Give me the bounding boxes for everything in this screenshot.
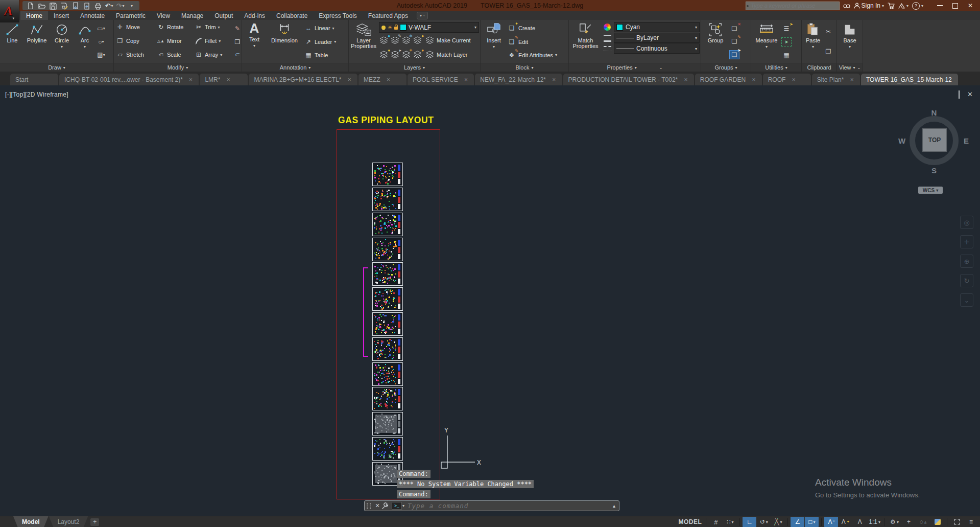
file-tab-tower-16-gas-15-march-12[interactable]: TOWER 16_GAS_15-March-12 [861, 74, 958, 85]
annotation-visibility-toggle[interactable]: Λ° [824, 517, 838, 527]
ribbon-tab-home[interactable]: Home [20, 11, 48, 20]
file-tab-lmr-[interactable]: LMR*✕ [200, 74, 248, 85]
file-tab-close-icon[interactable]: ✕ [552, 77, 556, 82]
drawing-area[interactable]: [-][Top][2D Wireframe] ✕ GAS PIPING LAYO… [0, 85, 980, 516]
layer-properties-button[interactable]: Layer Properties [350, 20, 377, 63]
dimension-button[interactable]: Dimension [266, 20, 303, 63]
sign-in-button[interactable]: Sign In▾ [854, 2, 884, 9]
move-button[interactable]: ✛Move [115, 20, 156, 34]
ribbon-tab-annotate[interactable]: Annotate [75, 11, 110, 20]
file-tab-start[interactable]: Start [10, 74, 58, 85]
orbit-icon[interactable]: ↻ [960, 274, 973, 287]
panel-label-clipboard[interactable]: Clipboard [802, 63, 836, 72]
object-snap-tracking-toggle[interactable]: ∠ [791, 517, 804, 527]
new-layout-button[interactable]: + [90, 518, 99, 526]
file-tab-close-icon[interactable]: ✕ [387, 77, 391, 82]
match-layer-button[interactable]: Match Layer [424, 48, 469, 61]
file-tab-roof[interactable]: ROOF✕ [763, 74, 811, 85]
restore-button[interactable] [947, 1, 963, 11]
app-store-cart-icon[interactable] [888, 3, 895, 9]
panel-label-view[interactable]: View▾⌄ [837, 63, 863, 72]
compass-west[interactable]: W [898, 136, 905, 145]
object-color-dropdown[interactable]: Cyan▾ [614, 22, 700, 32]
erase-icon[interactable]: ✎ [233, 25, 242, 33]
hatch-tool-icon[interactable]: ▨▾ [97, 51, 106, 59]
doc-close-icon[interactable]: ✕ [967, 90, 973, 98]
measure-button[interactable]: Measure▾ [752, 20, 781, 63]
wcs-selector[interactable]: WCS▾ [918, 187, 943, 194]
command-bar-grip[interactable] [367, 503, 371, 509]
explode-icon[interactable]: ❒ [233, 38, 242, 46]
insert-block-button[interactable]: Insert▾ [482, 20, 506, 63]
search-input[interactable] [749, 3, 838, 9]
file-tab-close-icon[interactable]: ✕ [850, 77, 854, 82]
edit-attributes-button[interactable]: ❖✎Edit Attributes▾ [506, 49, 558, 62]
redo-icon[interactable]: ↷▾ [115, 2, 125, 10]
command-input[interactable] [404, 502, 613, 510]
table-button[interactable]: ▦Table [303, 49, 337, 62]
ribbon-display-toggle[interactable]: ▾◦ [417, 12, 428, 19]
annotation-scale-value[interactable]: 1:1▾ [867, 517, 882, 527]
trim-button[interactable]: ✂Trim▾ [194, 20, 232, 34]
panel-label-groups[interactable]: Groups▾ [701, 63, 751, 72]
layer-thaw-all-icon[interactable]: ☀ [401, 51, 411, 59]
select-objects-icon[interactable]: ➤ [781, 37, 792, 47]
rotate-button[interactable]: ↻Rotate [156, 20, 194, 34]
file-tab-close-icon[interactable]: ✕ [464, 77, 468, 82]
file-tab-site-plan-[interactable]: Site Plan*✕ [812, 74, 860, 85]
autodesk-logo-icon[interactable]: ▾ [898, 3, 909, 9]
paste-button[interactable]: Paste▾ [803, 20, 823, 63]
layer-lock-icon[interactable]: ● [413, 36, 422, 44]
ellipse-tool-icon[interactable]: ○▾ [97, 38, 106, 46]
layer-on-all-icon[interactable]: ● [379, 51, 388, 59]
autoscale-annotation-toggle[interactable]: Λ✦ [839, 517, 852, 527]
quick-select-icon[interactable]: ☰➤ [782, 25, 791, 33]
file-tab-marina-2b-g-m-16-electl-[interactable]: MARINA 2B+G+M+16 ELECTL*✕ [249, 74, 357, 85]
linear-dimension-button[interactable]: ↔Linear▾ [303, 21, 337, 35]
new-file-icon[interactable] [26, 2, 35, 10]
panel-label-draw[interactable]: Draw▾ [0, 63, 113, 72]
polar-tracking-toggle[interactable]: ↺▾ [757, 517, 771, 527]
circle-button[interactable]: Circle▾ [50, 20, 74, 63]
rectangle-tool-icon[interactable]: ▭▾ [97, 25, 106, 33]
file-tab-ichq-bt-02-001-rev-ower-baseme[interactable]: ICHQ-BT-02-001 rev....ower - Basement 2)… [59, 74, 199, 85]
fillet-button[interactable]: Fillet▾ [194, 34, 232, 48]
customize-wrench-icon[interactable] [381, 502, 389, 510]
pan-icon[interactable]: ✛ [960, 235, 973, 248]
panel-label-layers[interactable]: Layers▾ [349, 63, 480, 72]
file-tab-production-detail-tower-t002-[interactable]: PRODUCTION DETAIL TOWER - T002*✕ [563, 74, 694, 85]
text-button[interactable]: AText▾ [243, 20, 266, 63]
base-view-button[interactable]: Base▾ [839, 20, 861, 63]
scale-button[interactable]: ▫□Scale [156, 48, 194, 61]
lineweight-dropdown[interactable]: ByLayer▾ [614, 33, 700, 43]
linetype-dropdown[interactable]: Continuous▾ [614, 43, 700, 54]
join-icon[interactable]: ⊂ [233, 51, 242, 59]
layer-isolate-icon[interactable]: ✎ [390, 36, 399, 44]
annotation-monitor-toggle[interactable]: + [902, 517, 916, 527]
ribbon-tab-express-tools[interactable]: Express Tools [313, 11, 362, 20]
file-tab-close-icon[interactable]: ✕ [684, 77, 688, 82]
copy-button[interactable]: ❐Copy [115, 34, 156, 48]
compass-north[interactable]: N [897, 108, 971, 117]
qat-menu-icon[interactable]: ▾ [127, 2, 136, 10]
array-button[interactable]: ⊞Array▾ [194, 48, 232, 61]
command-bar-close-icon[interactable]: ✕ [373, 502, 381, 509]
ungroup-icon[interactable]: ❏✕ [730, 25, 739, 33]
model-space-button[interactable]: MODEL [677, 517, 703, 527]
group-edit-icon[interactable]: ❏✎ [730, 37, 739, 45]
customization-menu-icon[interactable]: ≡ [964, 517, 978, 527]
group-selection-toggle-icon[interactable]: ❏➤ [729, 50, 739, 59]
minimize-button[interactable] [932, 1, 947, 11]
open-file-icon[interactable] [37, 2, 46, 10]
navigation-wheel-icon[interactable]: ◎ [960, 216, 973, 229]
application-menu-button[interactable]: A▾ [0, 0, 19, 22]
ortho-mode-toggle[interactable]: ∟ [743, 517, 756, 527]
cut-icon[interactable]: ✂ [824, 28, 833, 36]
file-tab-mezz[interactable]: MEZZ✕ [358, 74, 407, 85]
model-tab[interactable]: Model [13, 516, 49, 527]
layout2-tab[interactable]: Layout2 [49, 516, 88, 527]
copy-clip-icon[interactable]: ❐ [824, 48, 833, 56]
arc-button[interactable]: Arc▾ [74, 20, 96, 63]
polyline-button[interactable]: Polyline [23, 20, 50, 63]
viewport-controls[interactable]: [-][Top][2D Wireframe] [5, 91, 68, 98]
